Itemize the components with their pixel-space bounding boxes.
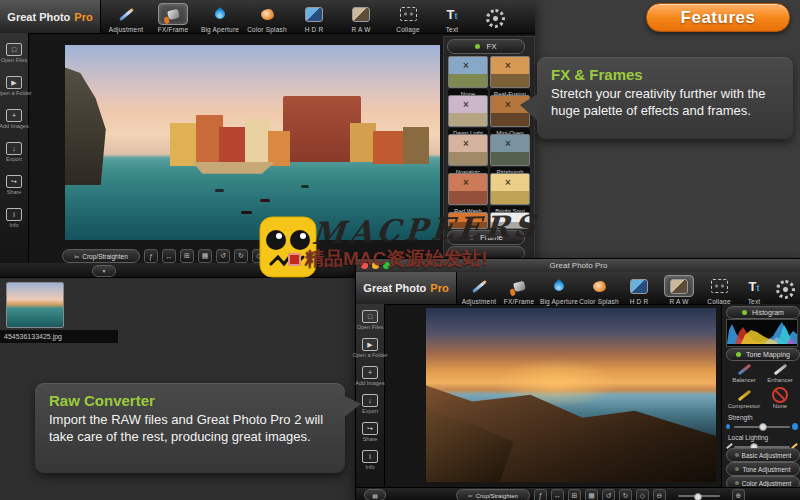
raw-photo-icon bbox=[346, 3, 376, 25]
w2-settings-gear-icon[interactable] bbox=[776, 280, 795, 299]
crop-label: Crop/Straighten bbox=[82, 253, 128, 260]
expand-icon[interactable]: ⊞ bbox=[180, 249, 194, 263]
w1-tool-fx-frame[interactable]: FX/Frame bbox=[151, 3, 195, 33]
w1-sidebar-export[interactable]: ↓ Export bbox=[0, 142, 28, 162]
expand-icon[interactable]: ⊞ bbox=[568, 489, 581, 500]
w1-tool-raw[interactable]: R A W bbox=[339, 3, 383, 33]
canvas-photo-seascape bbox=[426, 308, 716, 482]
window-raw: Great Photo Pro Great Photo Pro Adjustme… bbox=[355, 258, 800, 500]
fx-script-icon[interactable]: ƒ bbox=[144, 249, 158, 263]
w2-sidebar-open-a-folder[interactable]: ▶ Open a Folder bbox=[356, 338, 384, 358]
w1-sidebar-open-a-folder[interactable]: ▶ Open a Folder bbox=[0, 76, 28, 96]
w2-tool-color-splash[interactable]: Color Splash bbox=[579, 275, 619, 305]
rotate-left-icon[interactable]: ↺ bbox=[602, 489, 615, 500]
w1-sidebar-info[interactable]: i Info bbox=[0, 208, 28, 228]
fx-filter-dawn-light[interactable]: × Dawn Light bbox=[448, 95, 488, 137]
w2-tool-fx-frame[interactable]: FX/Frame bbox=[499, 275, 539, 305]
tool-label: Color Splash bbox=[579, 298, 619, 305]
fx-panel-header[interactable]: FX bbox=[447, 39, 525, 54]
app-name: Great Photo bbox=[363, 282, 426, 294]
w1-tool-color-splash[interactable]: Color Splash bbox=[245, 3, 289, 33]
basic-adjustment-button[interactable]: Basic Adjustment bbox=[726, 448, 800, 462]
fx-script-icon[interactable]: ƒ bbox=[534, 489, 547, 500]
watermark-tagline: 精品MAC资源始发站! bbox=[305, 246, 488, 272]
windmill-glyph: × bbox=[463, 139, 469, 149]
slider-thumb[interactable] bbox=[759, 423, 767, 431]
histogram-header[interactable]: Histogram bbox=[726, 306, 800, 319]
tm-option-enhancer[interactable]: Enhancer bbox=[762, 362, 798, 383]
fx-filter-pittsburgh[interactable]: × Pittsburgh bbox=[490, 134, 530, 176]
collapse-strip-button[interactable]: ▼ bbox=[92, 265, 116, 277]
folder-icon: ▶ bbox=[6, 76, 22, 89]
rotate-right-icon[interactable]: ↻ bbox=[619, 489, 632, 500]
grid-icon[interactable]: ▦ bbox=[585, 489, 598, 500]
w2-tool-hdr[interactable]: H D R bbox=[619, 275, 659, 305]
zoom-slider[interactable] bbox=[670, 492, 728, 500]
w1-sidebar-open-files[interactable]: □ Open Files bbox=[0, 43, 28, 63]
w2-sidebar-add-images[interactable]: + Add Images bbox=[356, 366, 384, 386]
tm-option-compressor[interactable]: Compressor bbox=[726, 388, 762, 409]
thumbnails-toggle-button[interactable]: ▤ bbox=[364, 489, 386, 500]
w2-tool-collage[interactable]: Collage bbox=[699, 275, 739, 305]
browser-thumbnail[interactable] bbox=[6, 282, 64, 328]
grid-icon[interactable]: ▦ bbox=[198, 249, 212, 263]
w1-tool-hdr[interactable]: H D R bbox=[292, 3, 336, 33]
w2-tool-big-aperture[interactable]: Big Aperture bbox=[539, 275, 579, 305]
filter-thumbnail: × bbox=[490, 56, 530, 88]
crop-straighten-button[interactable]: ✂ Crop/Straighten bbox=[62, 249, 140, 263]
flip-icon[interactable]: ↔ bbox=[551, 489, 564, 500]
w1-tool-text[interactable]: Tt Text bbox=[430, 3, 474, 33]
callout-tail bbox=[343, 395, 361, 418]
fx-filter-real-fusion[interactable]: × Real-Fusion bbox=[490, 56, 530, 98]
water-drop-icon bbox=[544, 275, 574, 297]
zoom-out-icon[interactable]: ⊖ bbox=[653, 489, 666, 500]
tone-mapping-green-icon bbox=[736, 352, 741, 357]
adjust-icon bbox=[735, 453, 739, 457]
tm-label: Compressor bbox=[728, 403, 761, 409]
browser-filename[interactable]: 454536133425.jpg bbox=[0, 330, 118, 343]
w2-tool-raw[interactable]: R A W bbox=[659, 275, 699, 305]
rotate-right-icon[interactable]: ↻ bbox=[234, 249, 248, 263]
fx-filter-red-wash[interactable]: × Red Wash bbox=[448, 173, 488, 215]
flip-icon[interactable]: ↔ bbox=[162, 249, 176, 263]
w2-toolbar: Great Photo Pro Adjustment FX/Frame Big … bbox=[356, 272, 800, 305]
text-icon: Tt bbox=[437, 3, 467, 25]
tool-label: Big Aperture bbox=[540, 298, 578, 305]
w1-bottom-toolbar: ✂ Crop/Straighten ƒ ↔ ⊞ ▦ ↺ ↻ ◇ bbox=[62, 249, 266, 263]
tone-mapping-header[interactable]: Tone Mapping bbox=[726, 348, 800, 361]
straighten-icon[interactable]: ◇ bbox=[636, 489, 649, 500]
strength-slider[interactable] bbox=[726, 423, 798, 431]
w2-tool-text[interactable]: Tt Text bbox=[737, 275, 771, 305]
w1-sidebar-share[interactable]: ↪ Share bbox=[0, 175, 28, 195]
w1-settings-gear-icon[interactable] bbox=[486, 9, 505, 28]
w1-sidebar-add-images[interactable]: + Add Images bbox=[0, 109, 28, 129]
compressor-icon bbox=[735, 388, 753, 402]
w2-sidebar-info[interactable]: i Info bbox=[356, 450, 384, 470]
tone-adjustment-button[interactable]: Tone Adjustment bbox=[726, 462, 800, 476]
w1-tool-collage[interactable]: Collage bbox=[386, 3, 430, 33]
zoom-in-icon[interactable]: ⊕ bbox=[732, 489, 745, 500]
tm-option-balancer[interactable]: Balancer bbox=[726, 362, 762, 383]
tool-label: R A W bbox=[351, 26, 370, 33]
balancer-icon bbox=[735, 362, 753, 376]
tm-label: Balancer bbox=[732, 377, 756, 383]
tool-label: FX/Frame bbox=[158, 26, 189, 33]
w2-sidebar-open-files[interactable]: □ Open Files bbox=[356, 310, 384, 330]
rotate-left-icon[interactable]: ↺ bbox=[216, 249, 230, 263]
tm-option-none[interactable]: None bbox=[762, 388, 798, 409]
w2-tool-adjustment[interactable]: Adjustment bbox=[459, 275, 499, 305]
fx-filter-none[interactable]: × None bbox=[448, 56, 488, 98]
big-drop-icon bbox=[792, 423, 798, 430]
slider-thumb[interactable] bbox=[694, 493, 702, 500]
fx-filter-nostalgic[interactable]: × Nostalgic bbox=[448, 134, 488, 176]
photo-beach bbox=[193, 162, 276, 174]
filter-thumbnail: × bbox=[448, 56, 488, 88]
sidebar-label: Open a Folder bbox=[352, 352, 387, 358]
crop-straighten-button[interactable]: ✂ Crop/Straighten bbox=[456, 489, 530, 500]
w1-tool-adjustment[interactable]: Adjustment bbox=[104, 3, 148, 33]
w2-sidebar-share[interactable]: ↪ Share bbox=[356, 422, 384, 442]
w1-app-title: Great Photo Pro bbox=[0, 0, 101, 33]
w1-tool-big-aperture[interactable]: Big Aperture bbox=[198, 3, 242, 33]
sidebar-label: Open a Folder bbox=[0, 90, 32, 96]
raw-adjust-panel: Histogram Tone Mapping Balancer Enhancer bbox=[721, 304, 800, 488]
